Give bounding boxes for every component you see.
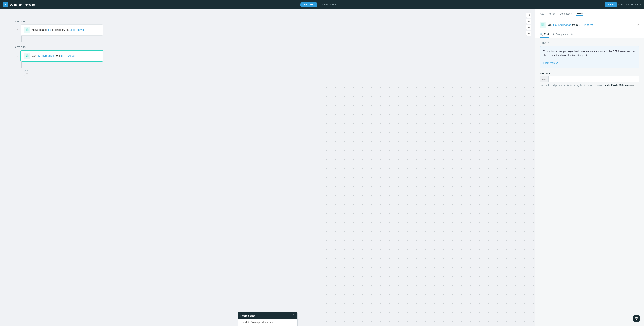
connector-1 <box>22 35 22 42</box>
navbar: ≡ Demo SFTP Recipe RECIPE TEST JOBS Save… <box>0 0 644 9</box>
breadcrumb-connection[interactable]: Connection <box>560 12 572 15</box>
add-step-wrapper: + <box>18 70 30 76</box>
tab-find[interactable]: 🔍 Find <box>540 31 549 38</box>
actions-label: ACTIONS <box>15 46 103 48</box>
close-button[interactable]: ✕ <box>637 23 640 27</box>
help-description: This action allows you to get basic info… <box>543 49 636 57</box>
step-1-icon <box>24 27 30 33</box>
step-2-row: 2 Get file information from SFTP server <box>15 50 103 61</box>
trigger-label: TRIGGER <box>15 20 103 22</box>
file-path-input[interactable] <box>548 76 639 82</box>
canvas-zoom-out-button[interactable]: − <box>526 25 532 30</box>
trigger-section: TRIGGER 1 New/updated file in direct <box>15 20 103 35</box>
recipe-data-body: Use data from a previous step <box>238 319 298 326</box>
file-path-field: File path* ABC Provide the full path of … <box>540 72 640 87</box>
tab-test-jobs[interactable]: TEST JOBS <box>318 2 340 7</box>
help-label: HELP <box>540 42 546 44</box>
test-recipe-button[interactable]: ⊙ Test recipe <box>618 3 633 6</box>
actions-section: ACTIONS 2 Get file information from <box>15 46 103 61</box>
step-2-text: Get file information from SFTP server <box>32 54 100 58</box>
canvas-reset-button[interactable]: ↺ <box>526 13 532 18</box>
app-title: Demo SFTP Recipe <box>10 3 36 6</box>
step-2-card[interactable]: Get file information from SFTP server <box>21 50 103 61</box>
external-link-icon: ↗ <box>556 61 558 65</box>
help-box: This action allows you to get basic info… <box>540 46 640 68</box>
file-path-input-wrapper: ABC <box>540 76 640 82</box>
panel-title: Get file information from SFTP server <box>540 22 594 28</box>
tab-recipe[interactable]: RECIPE <box>300 2 317 7</box>
file-path-hint: Provide the full path of the file includ… <box>540 83 640 87</box>
save-button[interactable]: Save <box>605 2 616 7</box>
recipe-data-title: Recipe data <box>240 314 255 317</box>
panel-tabs: 🔍 Find ⊞ Group map data <box>536 31 644 38</box>
step-1-row: 1 New/updated file in directory on SFTP … <box>15 24 103 35</box>
chevron-up-icon: ∧ <box>548 42 550 44</box>
recipe-data-panel[interactable]: Recipe data ⇅ Use data from a previous s… <box>238 312 298 326</box>
logo-icon: ≡ <box>3 2 8 7</box>
app-logo: ≡ Demo SFTP Recipe <box>3 2 36 7</box>
panel-title-icon <box>540 22 546 28</box>
breadcrumb: App → Action → Connection → Setup <box>536 9 644 19</box>
learn-more-link[interactable]: Learn more ↗ <box>543 61 558 65</box>
expand-icon: ⇅ <box>292 314 295 317</box>
step-1-text: New/updated file in directory on SFTP se… <box>32 28 100 32</box>
main-layout: ↺ + − ⊕ TRIGGER 1 <box>0 9 644 326</box>
step-1-number: 1 <box>15 29 18 31</box>
arrow-2: → <box>556 13 558 15</box>
panel-body: HELP ∧ This action allows you to get bas… <box>536 38 644 326</box>
canvas-zoom-in-button[interactable]: + <box>526 19 532 24</box>
test-icon: ⊙ <box>618 3 620 6</box>
navbar-actions: Save ⊙ Test recipe ✕ Exit <box>605 2 641 7</box>
panel-header: Get file information from SFTP server ✕ <box>536 19 644 31</box>
canvas-fit-button[interactable]: ⊕ <box>526 31 532 36</box>
search-icon: 🔍 <box>540 33 543 35</box>
arrow-3: → <box>573 13 575 15</box>
recipe-canvas: ↺ + − ⊕ TRIGGER 1 <box>0 9 535 326</box>
file-path-label: File path* <box>540 72 640 75</box>
recipe-data-subtitle: Use data from a previous step <box>240 321 273 324</box>
step-1-card[interactable]: New/updated file in directory on SFTP se… <box>21 24 103 35</box>
help-toggle[interactable]: HELP ∧ <box>540 42 640 44</box>
connector-2 <box>22 61 22 68</box>
exit-button[interactable]: ✕ Exit <box>634 3 641 6</box>
breadcrumb-setup[interactable]: Setup <box>576 12 583 15</box>
help-section: HELP ∧ This action allows you to get bas… <box>540 42 640 68</box>
required-marker: * <box>550 72 551 75</box>
step-2-icon <box>24 53 30 59</box>
flow-content: TRIGGER 1 New/updated file in direct <box>15 20 103 76</box>
group-map-icon: ⊞ <box>552 33 554 35</box>
right-panel: App → Action → Connection → Setup Get fi… <box>535 9 644 326</box>
panel-title-text: Get file information from SFTP server <box>548 23 594 26</box>
breadcrumb-app[interactable]: App <box>540 12 544 15</box>
tab-group: RECIPE TEST JOBS <box>38 2 602 7</box>
file-path-prefix: ABC <box>540 76 548 82</box>
add-step-button[interactable]: + <box>24 70 30 76</box>
breadcrumb-action[interactable]: Action <box>548 12 555 15</box>
arrow-1: → <box>545 13 548 15</box>
step-2-number: 2 <box>15 54 18 57</box>
chat-bubble[interactable]: 💬 <box>633 315 640 322</box>
tab-group-map[interactable]: ⊞ Group map data <box>552 31 573 38</box>
canvas-controls: ↺ + − ⊕ <box>526 13 532 36</box>
recipe-data-header: Recipe data ⇅ <box>238 312 298 319</box>
